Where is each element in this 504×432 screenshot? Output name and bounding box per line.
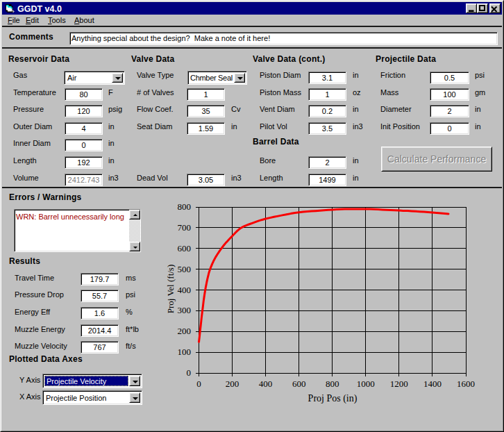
- svg-text:1600: 1600: [457, 379, 475, 389]
- svg-text:800: 800: [326, 379, 339, 389]
- svg-text:1000: 1000: [357, 379, 375, 389]
- svg-text:1200: 1200: [390, 379, 408, 389]
- svg-text:600: 600: [292, 379, 306, 389]
- svg-text:0: 0: [196, 379, 201, 389]
- svg-text:0: 0: [187, 367, 192, 378]
- svg-text:800: 800: [178, 201, 192, 212]
- svg-text:Proj Pos (in): Proj Pos (in): [308, 393, 358, 404]
- svg-text:1400: 1400: [423, 379, 442, 389]
- svg-text:200: 200: [226, 379, 240, 389]
- svg-text:300: 300: [178, 305, 192, 315]
- svg-text:400: 400: [259, 379, 273, 389]
- svg-text:Proj Vel (ft/s): Proj Vel (ft/s): [165, 265, 176, 314]
- svg-text:200: 200: [178, 326, 192, 336]
- svg-text:100: 100: [178, 347, 192, 357]
- svg-text:700: 700: [178, 222, 192, 233]
- svg-text:500: 500: [178, 264, 192, 274]
- svg-text:400: 400: [178, 285, 192, 295]
- svg-text:600: 600: [178, 243, 192, 254]
